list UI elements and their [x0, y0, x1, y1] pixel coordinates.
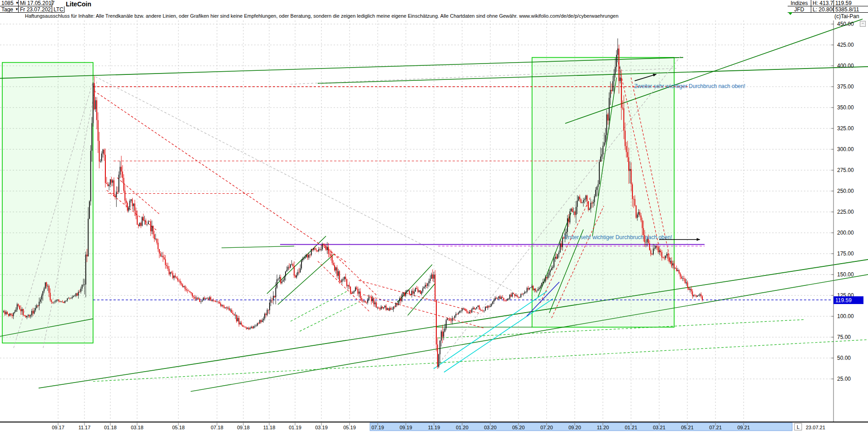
date-from-cell: Mi 17.05.2017 — [19, 0, 52, 6]
price-chart[interactable]: L23.07.21450.00425.00400.00375.00350.003… — [0, 0, 868, 432]
x-tick-label: 07.20 — [540, 425, 553, 430]
x-tick-label: 05.20 — [512, 425, 525, 430]
y-tick-label: 100.00 — [837, 313, 854, 319]
x-tick-label: 05.19 — [343, 425, 356, 430]
provider-row1-value: Indizes — [790, 0, 808, 6]
y-tick-label: 175.00 — [837, 250, 854, 257]
x-tick-label: 01.18 — [104, 425, 117, 430]
chevron-down-icon: ▼ — [15, 7, 19, 11]
date-from-value: Mi 17.05.2017 — [20, 0, 54, 6]
x-tick-label: 11.18 — [263, 425, 276, 430]
provider-row2-value: JFD — [794, 6, 804, 13]
scroll-position-marker — [788, 12, 793, 15]
x-tick-label: 09.17 — [52, 425, 64, 430]
period-value: Tage — [1, 6, 13, 13]
y-tick-label: 150.00 — [837, 271, 854, 278]
y-tick-label: 300.00 — [837, 146, 854, 152]
copyright-label: (c)Tai-Pan — [834, 13, 859, 20]
extra-value: 5385.8/11 — [835, 6, 859, 13]
y-tick-label: 375.00 — [837, 83, 854, 90]
last-price-cell: 119.59 — [834, 0, 868, 6]
x-tick-label: 07.18 — [211, 425, 223, 430]
current-price-value: 119.59 — [835, 297, 852, 304]
last-price-value: 119.59 — [835, 0, 852, 6]
x-tick-label: 11.19 — [428, 425, 440, 430]
y-axis-labels: 450.00425.00400.00375.00350.00325.00300.… — [831, 21, 854, 382]
x-tick-label: 05.21 — [681, 425, 694, 430]
y-tick-label: 50.00 — [837, 355, 851, 361]
high-value-cell: H: 413.78 — [811, 0, 834, 6]
x-tick-label: 01.21 — [625, 425, 637, 430]
annotation-second-breakout: Zweiter sehr wichtiger Durchbruch nach o… — [634, 83, 745, 89]
y-tick-label: 275.00 — [837, 167, 854, 173]
x-tick-label: 07.21 — [709, 425, 722, 430]
x-tick-label: 03.19 — [315, 425, 328, 430]
x-tick-label: 09.20 — [568, 425, 581, 430]
y-tick-label: 25.00 — [837, 376, 851, 382]
date-to-cell: Fr 23.07.2021 — [19, 6, 52, 13]
x-tick-label: 07.19 — [371, 425, 384, 430]
x-tick-label: 03.20 — [484, 425, 497, 430]
x-tick-label: 09.21 — [737, 425, 750, 430]
y-tick-label: 250.00 — [837, 188, 854, 194]
extra-value-cell: 5385.8/11 — [834, 6, 868, 13]
bars-count-value: 1085 — [1, 0, 14, 6]
annotation-first-breakout: Erster sehr wichtiger Durchbruch nach ob… — [564, 234, 672, 241]
x-tick-label: 03.18 — [131, 425, 143, 430]
last-bar-marker: L — [797, 424, 799, 430]
y-tick-label: 425.00 — [837, 42, 854, 48]
y-tick-label: 75.00 — [837, 334, 851, 340]
x-tick-label: 05.18 — [172, 425, 185, 430]
x-tick-label: 09.18 — [237, 425, 250, 430]
y-tick-label: 400.00 — [837, 63, 854, 69]
x-tick-label: 03.21 — [653, 425, 666, 430]
symbol-code-value: LTC — [54, 6, 64, 13]
y-tick-label: 350.00 — [837, 104, 854, 111]
provider-row2-cell: JFD — [788, 6, 811, 13]
symbol-code-cell: LTC — [52, 6, 64, 13]
low-value-cell: L: 20.800 — [811, 6, 834, 13]
date-to-value: Fr 23.07.2021 — [20, 6, 54, 13]
disclaimer-text: Haftungsausschluss für Inhalte: Alle Tre… — [25, 13, 618, 19]
low-value: L: 20.800 — [813, 6, 835, 13]
y-tick-label: 200.00 — [837, 230, 854, 236]
provider-row1-cell: Indizes — [788, 0, 811, 6]
collapse-panel-button[interactable]: − — [860, 21, 866, 27]
x-tick-label: 01.20 — [456, 425, 469, 430]
x-tick-label: 01.19 — [289, 425, 301, 430]
current-price-badge: 119.59 — [833, 296, 863, 304]
x-tick-label: 11.17 — [79, 425, 91, 430]
y-tick-label: 450.00 — [837, 21, 854, 27]
period-dropdown[interactable]: Tage▼ — [0, 6, 19, 13]
y-tick-label: 325.00 — [837, 125, 854, 132]
x-tick-label: 09.19 — [399, 425, 412, 430]
last-date-label: 23.07.21 — [806, 425, 825, 430]
bars-count-dropdown[interactable]: 1085▼ — [0, 0, 19, 6]
x-tick-label: 11.20 — [597, 425, 609, 430]
chart-title: LiteCoin — [66, 0, 91, 8]
high-value: H: 413.78 — [813, 0, 836, 6]
y-tick-label: 225.00 — [837, 209, 854, 215]
